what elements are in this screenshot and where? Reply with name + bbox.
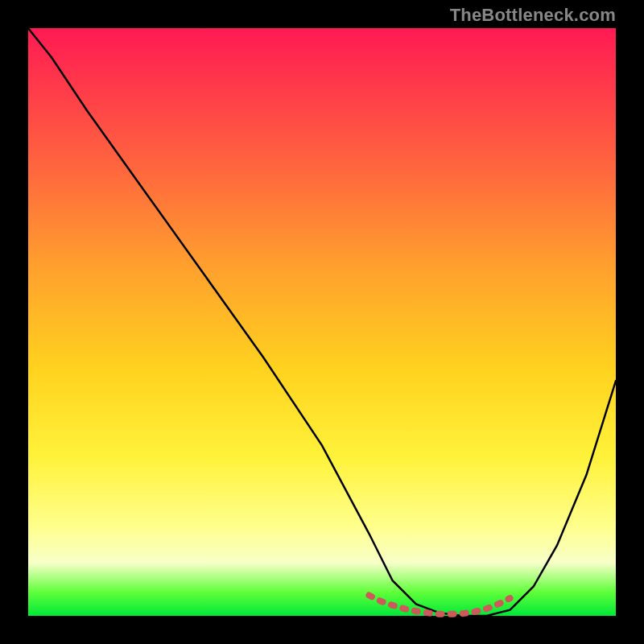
curve-svg xyxy=(28,28,616,616)
highlight-dash xyxy=(369,596,510,614)
bottleneck-curve xyxy=(28,28,616,616)
watermark-text: TheBottleneck.com xyxy=(450,5,616,26)
chart-frame: TheBottleneck.com xyxy=(0,0,644,644)
plot-area xyxy=(28,28,616,616)
